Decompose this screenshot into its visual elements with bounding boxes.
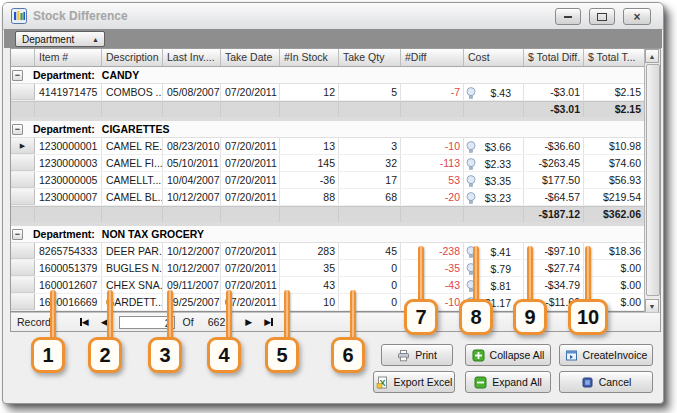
cell-take-qty: 0: [339, 294, 401, 310]
last-record-button[interactable]: ▶: [264, 318, 273, 327]
callout-8: 8: [459, 299, 493, 335]
row-selector[interactable]: [11, 277, 35, 293]
cell-in-stock: [280, 102, 339, 117]
cell-diff: 53: [401, 172, 464, 188]
cell-take-qty: 5: [339, 84, 401, 100]
close-icon: ×: [633, 11, 640, 23]
lightbulb-icon[interactable]: [466, 192, 476, 205]
row-selector[interactable]: [11, 172, 35, 188]
cell-selector: [11, 207, 35, 222]
cell-diff: -238: [401, 243, 464, 259]
group-by-department-button[interactable]: Department ▲: [15, 31, 105, 47]
maximize-button[interactable]: [589, 8, 615, 25]
row-selector[interactable]: [11, 243, 35, 259]
cell-total-diff: -$187.12: [524, 207, 584, 222]
row-selector[interactable]: [11, 84, 35, 100]
nav-last-icon: ▶: [264, 318, 271, 327]
group-label-prefix: Department:: [33, 123, 95, 135]
cell-take-date: 07/20/2011: [221, 260, 280, 276]
create-invoice-button[interactable]: CreateInvoice: [559, 344, 653, 366]
callout-6: 6: [331, 337, 365, 373]
create-invoice-button-label: CreateInvoice: [583, 349, 648, 361]
cell-in-stock: 283: [280, 243, 339, 259]
export-excel-button[interactable]: X Export Excel: [373, 371, 455, 393]
column-header-description[interactable]: Description: [102, 49, 163, 66]
callout-stem-8: [473, 246, 479, 307]
active-row-selector[interactable]: ▶: [11, 138, 35, 154]
cell-item-number: 1230000003: [35, 155, 102, 171]
expand-all-button[interactable]: Expand All: [465, 371, 551, 393]
scroll-up-button[interactable]: ▲: [645, 49, 659, 63]
screenshot-stage: Stock Difference × Department ▲ Item #De…: [0, 0, 677, 413]
lightbulb-icon[interactable]: [466, 158, 476, 171]
column-header-last-inv-date[interactable]: Last Inv....: [163, 49, 221, 66]
callout-10: 10: [568, 299, 608, 335]
cell-description: CAMEL RE...: [102, 138, 163, 154]
cancel-button[interactable]: Cancel: [559, 371, 653, 393]
callout-stem-9: [527, 246, 533, 307]
cell-total-take: $362.06: [584, 207, 645, 222]
cell-item-number: 1230000007: [35, 189, 102, 205]
lightbulb-icon[interactable]: [466, 87, 476, 100]
cell-take-date: 07/20/2011: [221, 138, 280, 154]
cell-cost: $3.35: [464, 172, 524, 188]
cell-take-qty: 17: [339, 172, 401, 188]
cell-description: [102, 102, 163, 117]
cell-take-qty: [339, 207, 401, 222]
group-collapse-button[interactable]: −: [12, 229, 23, 240]
cell-cost: [464, 102, 524, 117]
callout-stem-7: [418, 246, 424, 307]
print-button[interactable]: Print: [381, 344, 453, 366]
cell-take-qty: 32: [339, 155, 401, 171]
cell-description: [102, 207, 163, 222]
app-icon: [11, 8, 27, 24]
cell-total-diff: -$34.79: [524, 277, 584, 293]
row-selector[interactable]: [11, 294, 35, 310]
nav-first-icon: ◀: [82, 318, 89, 327]
cell-diff: -7: [401, 84, 464, 100]
minimize-button[interactable]: [555, 8, 581, 25]
cell-diff: -35: [401, 260, 464, 276]
collapse-all-button-label: Collapse All: [490, 349, 545, 361]
row-selector[interactable]: [11, 260, 35, 276]
column-header-total-take[interactable]: $ Total T...: [584, 49, 645, 66]
callout-9: 9: [513, 299, 547, 335]
expand-all-button-label: Expand All: [492, 376, 542, 388]
cell-last-inv-date: 05/08/2007: [163, 84, 221, 100]
group-collapse-button[interactable]: −: [12, 124, 23, 135]
cost-value: $2.33: [485, 158, 520, 170]
close-button[interactable]: ×: [623, 8, 651, 25]
callout-stem-10: [585, 246, 591, 307]
lightbulb-icon[interactable]: [466, 141, 476, 154]
cancel-button-label: Cancel: [599, 376, 632, 388]
column-header-item-number[interactable]: Item #: [35, 49, 102, 66]
cell-in-stock: 35: [280, 260, 339, 276]
column-header-diff[interactable]: #Diff: [401, 49, 464, 66]
collapse-all-button[interactable]: Collapse All: [465, 344, 551, 366]
cell-total-take: $2.15: [584, 84, 645, 100]
column-header-in-stock[interactable]: #In Stock: [280, 49, 339, 66]
expand-all-icon: [474, 376, 487, 389]
column-header-cost[interactable]: Cost: [464, 49, 524, 66]
callout-1: 1: [31, 337, 65, 373]
lightbulb-icon[interactable]: [466, 175, 476, 188]
cell-last-inv-date: [163, 207, 221, 222]
column-header-total-diff[interactable]: $ Total Diff.: [524, 49, 584, 66]
cell-take-qty: 45: [339, 243, 401, 259]
group-header-row: −Department:CANDY: [11, 67, 645, 84]
group-by-field-label: Department: [22, 34, 74, 45]
cell-total-diff: -$27.74: [524, 260, 584, 276]
scrollbar-thumb[interactable]: [646, 64, 660, 296]
column-header-take-qty[interactable]: Take Qty: [339, 49, 401, 66]
first-record-button[interactable]: ◀: [80, 318, 89, 327]
scroll-down-button[interactable]: ▼: [645, 299, 659, 313]
row-selector[interactable]: [11, 189, 35, 205]
vertical-scrollbar[interactable]: ▲ ▼: [644, 49, 660, 313]
group-collapse-button[interactable]: −: [12, 70, 23, 81]
cell-take-date: [221, 102, 280, 117]
title-bar: Stock Difference ×: [3, 3, 663, 30]
column-header-take-date[interactable]: Take Date: [221, 49, 280, 66]
cell-total-take: $.00: [584, 260, 645, 276]
next-record-button[interactable]: ▶: [245, 318, 252, 327]
row-selector[interactable]: [11, 155, 35, 171]
